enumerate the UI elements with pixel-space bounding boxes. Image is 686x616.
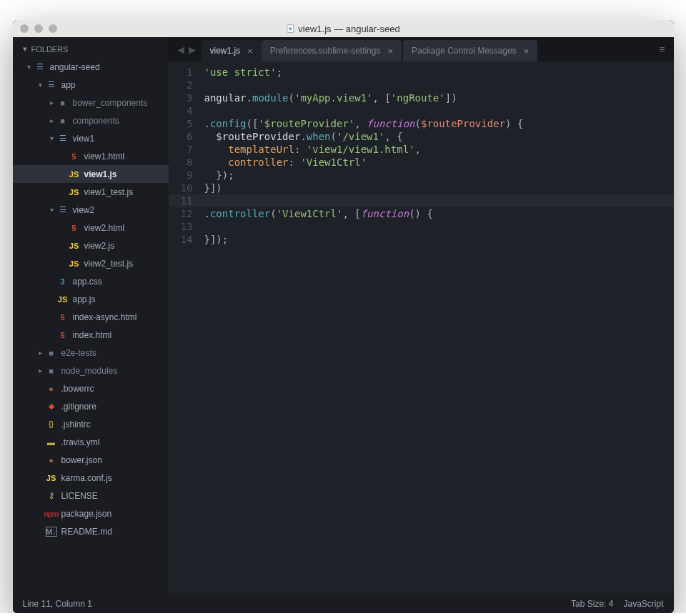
line-number: 5 — [169, 117, 193, 130]
tree-item[interactable]: ▾☰app — [13, 76, 169, 94]
close-icon[interactable]: × — [388, 46, 394, 56]
tree-item[interactable]: 5index.html — [13, 326, 169, 344]
close-icon[interactable] — [20, 24, 29, 33]
tab[interactable]: Package Control Messages× — [403, 40, 537, 61]
code-area[interactable]: 1234567891011121314 'use strict'; angula… — [169, 61, 674, 595]
titlebar: view1.js — angular-seed — [13, 20, 674, 37]
line-number: 6 — [169, 130, 193, 143]
tree-item-label: components — [73, 116, 119, 126]
editor-window: view1.js — angular-seed ▾ FOLDERS ▾☰angu… — [13, 20, 674, 613]
traffic-lights — [20, 24, 57, 33]
tree-item[interactable]: JSkarma.conf.js — [13, 469, 169, 487]
tree-item-label: .gitignore — [61, 402, 96, 412]
tree-item[interactable]: 5index-async.html — [13, 308, 169, 326]
html-icon: 5 — [57, 313, 69, 322]
tree-item[interactable]: npmpackage.json — [13, 505, 169, 522]
close-icon[interactable]: × — [524, 46, 530, 56]
tree-item[interactable]: ◆.gitignore — [13, 397, 169, 415]
tree-item[interactable]: ▾☰angular-seed — [13, 58, 169, 76]
jshint-icon: {} — [46, 420, 57, 428]
tree-item[interactable]: ⚷LICENSE — [13, 487, 169, 505]
folder-open-icon: ☰ — [46, 80, 57, 89]
code-line: }); — [204, 169, 674, 182]
line-number: 8 — [169, 156, 193, 169]
tree-item[interactable]: JSapp.js — [13, 290, 169, 308]
tree-item[interactable]: 5view2.html — [13, 219, 169, 237]
svg-point-1 — [289, 27, 292, 30]
code-content[interactable]: 'use strict'; angular.module('myApp.view… — [200, 61, 674, 595]
js-icon: JS — [57, 295, 69, 304]
tree-item-label: LICENSE — [61, 491, 98, 501]
tree-item[interactable]: M↓README.md — [13, 522, 169, 540]
tree-item-label: view1 — [73, 134, 95, 144]
tree-item[interactable]: ▸■bower_components — [13, 94, 169, 111]
close-icon[interactable]: × — [247, 46, 253, 56]
sidebar-header[interactable]: ▾ FOLDERS — [13, 37, 169, 58]
cursor-position[interactable]: Line 11, Column 1 — [23, 599, 92, 609]
md-icon: M↓ — [46, 527, 57, 537]
maximize-icon[interactable] — [49, 24, 57, 33]
tree-item[interactable]: ●bower.json — [13, 451, 169, 469]
code-line: }]) — [204, 182, 674, 194]
code-line: angular.module('myApp.view1', ['ngRoute'… — [204, 91, 674, 104]
tab[interactable]: Preferences.sublime-settings× — [262, 40, 402, 61]
nav-forward-icon[interactable]: ▶ — [189, 44, 196, 55]
line-number: 12 — [169, 207, 193, 220]
language-mode[interactable]: JavaScript — [623, 599, 663, 609]
line-number: 4 — [169, 104, 193, 117]
tree-item[interactable]: JSview2.js — [13, 237, 169, 254]
tab[interactable]: view1.js× — [202, 40, 262, 61]
tree-item-label: view1_test.js — [84, 187, 134, 197]
code-line: 'use strict'; — [204, 66, 674, 79]
tree-item-label: bower.json — [61, 455, 102, 465]
code-line — [204, 79, 674, 91]
chevron-icon: ▸ — [47, 99, 57, 106]
tree-item[interactable]: ▸■components — [13, 111, 169, 129]
html-icon: 5 — [69, 152, 80, 161]
code-line: .controller('View1Ctrl', [function() { — [204, 207, 674, 220]
code-line: templateUrl: 'view1/view1.html', — [204, 143, 674, 156]
sidebar[interactable]: ▾ FOLDERS ▾☰angular-seed▾☰app▸■bower_com… — [13, 37, 169, 595]
line-gutter: 1234567891011121314 — [169, 61, 200, 595]
tab-label: Preferences.sublime-settings — [270, 46, 381, 56]
chevron-icon: ▾ — [47, 134, 57, 142]
hamburger-icon[interactable]: ≡ — [650, 37, 673, 61]
line-number: 2 — [169, 79, 193, 91]
chevron-icon: ▾ — [36, 81, 46, 89]
tree-item[interactable]: 3app.css — [13, 272, 169, 290]
tree-item-label: index.html — [73, 330, 112, 340]
tree-item-label: .jshintrc — [61, 419, 91, 429]
tree-item-label: app.js — [73, 294, 96, 304]
tree-item-label: angular-seed — [50, 62, 100, 72]
tree-item[interactable]: JSview1_test.js — [13, 183, 169, 201]
chevron-icon: ▸ — [47, 116, 57, 124]
line-number: 10 — [169, 182, 193, 194]
tab-label: Package Control Messages — [412, 46, 517, 56]
tree-item[interactable]: {}.jshintrc — [13, 415, 169, 433]
code-line: }]); — [204, 233, 674, 246]
minimize-icon[interactable] — [34, 24, 43, 33]
tree-item[interactable]: ▸■e2e-tests — [13, 344, 169, 362]
tree-item-label: package.json — [61, 509, 112, 519]
tree-item-label: view2_test.js — [84, 259, 134, 269]
tree-item[interactable]: ▾☰view1 — [13, 129, 169, 147]
main-pane: ▾ FOLDERS ▾☰angular-seed▾☰app▸■bower_com… — [13, 37, 674, 595]
tree-item[interactable]: ▾☰view2 — [13, 201, 169, 219]
js-icon: JS — [69, 188, 80, 197]
status-bar: Line 11, Column 1 Tab Size: 4 JavaScript — [13, 595, 674, 613]
tree-item[interactable]: ●.bowerrc — [13, 379, 169, 397]
tree-item[interactable]: JSview2_test.js — [13, 254, 169, 272]
license-icon: ⚷ — [46, 491, 57, 500]
tree-item[interactable]: JSview1.js — [13, 165, 169, 183]
folder-open-icon: ☰ — [34, 62, 46, 71]
tree-item[interactable]: ▸■node_modules — [13, 362, 169, 379]
tab-size[interactable]: Tab Size: 4 — [571, 599, 613, 609]
chevron-icon: ▾ — [24, 63, 34, 71]
tree-item[interactable]: ▬.travis.yml — [13, 433, 169, 451]
line-number: 3 — [169, 91, 193, 104]
json-icon: ● — [46, 384, 57, 393]
nav-back-icon[interactable]: ◀ — [177, 44, 184, 55]
window-title-text: view1.js — angular-seed — [298, 24, 399, 34]
json-icon: ● — [46, 456, 57, 465]
tree-item[interactable]: 5view1.html — [13, 147, 169, 165]
